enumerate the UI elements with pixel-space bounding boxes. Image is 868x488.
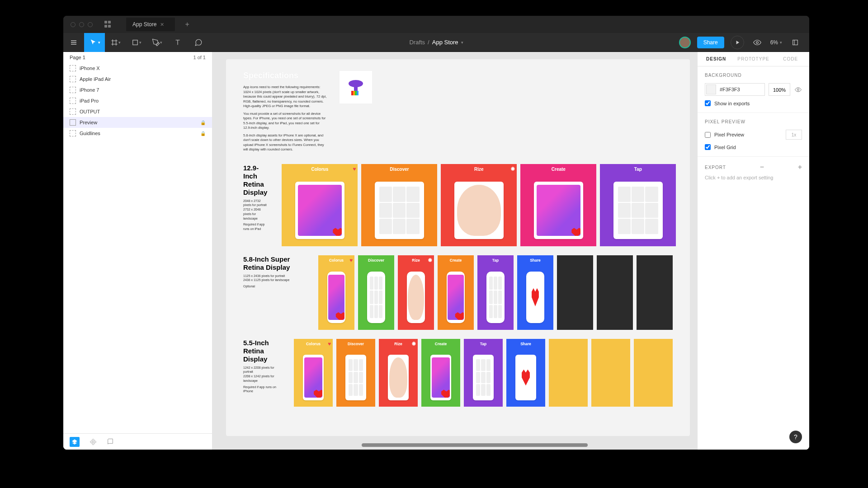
zoom-control[interactable]: 6%▾ [770,39,782,46]
pixel-grid-checkbox[interactable]: Pixel Grid [705,144,802,150]
screenshot-card[interactable]: Rize◉ [379,339,418,407]
frame-tool[interactable]: ▾ [105,33,126,52]
screenshot-card[interactable]: Share [517,255,553,330]
camera-icon: ◉ [511,166,515,171]
tab-code[interactable]: CODE [772,52,809,66]
device-mockup [375,182,424,239]
screenshot-card[interactable]: Create [438,255,474,330]
export-section: EXPORT − + Click + to add an export sett… [698,157,809,187]
comment-tool[interactable] [188,33,209,52]
section-label: PIXEL PREVIEW [705,119,802,124]
screenshot-title: Discover [361,164,437,175]
share-button[interactable]: Share [697,37,724,48]
view-settings-icon[interactable] [750,36,764,49]
screenshot-card[interactable]: Colorus♥ [294,339,333,407]
screenshot-card[interactable]: Discover [358,255,394,330]
expand-panel-icon[interactable] [788,36,802,49]
left-panel-footer [63,433,212,450]
show-in-exports-checkbox[interactable]: Show in exports [705,100,802,106]
pixel-scale-select[interactable]: 1x [786,130,802,140]
layers-tab-icon[interactable] [70,437,80,447]
breadcrumb-current[interactable]: App Store [432,39,458,46]
pixel-preview-checkbox[interactable]: Pixel Preview 1x [705,130,802,140]
canvas[interactable]: Specifications App icons need to meet th… [212,52,697,450]
layer-item[interactable]: iPhone X [63,63,212,74]
opacity-input[interactable]: 100% [769,83,790,96]
screenshot-card[interactable]: Tap [464,339,503,407]
screenshot-card[interactable]: Discover [336,339,375,407]
layer-item[interactable]: Preview🔒 [63,117,212,128]
tab-prototype[interactable]: PROTOTYPE [735,52,772,66]
help-button[interactable]: ? [789,431,802,443]
display-size-title: 5.8-Inch Super Retina Display [243,255,304,272]
close-tab-icon[interactable]: ✕ [160,22,164,28]
breadcrumb-sep: / [428,39,429,46]
screenshot-card[interactable]: Rize◉ [441,164,517,246]
color-swatch[interactable] [706,84,716,94]
close-window-icon[interactable] [71,22,75,27]
pixel-preview-section: PIXEL PREVIEW Pixel Preview 1x Pixel Gri… [698,113,809,157]
screenshot-card[interactable]: Tap [477,255,514,330]
screenshot-card[interactable]: Colorus♥ [318,255,354,330]
add-tab-button[interactable]: + [185,20,189,28]
color-hex[interactable]: #F3F3F3 [717,87,743,92]
layer-item[interactable]: iPhone 7 [63,84,212,95]
file-tab[interactable]: App Store ✕ [126,18,175,31]
svg-rect-13 [353,91,355,95]
screenshot-title: Create [438,255,474,265]
section-label: EXPORT [705,165,726,170]
visibility-toggle-icon[interactable] [794,86,802,93]
layer-item[interactable]: Guidlines🔒 [63,128,212,139]
move-tool[interactable]: ▾ [84,33,105,52]
screenshot-placeholder [597,255,633,330]
device-mockup [515,355,536,400]
components-tab-icon[interactable] [90,438,97,446]
checkbox[interactable] [705,100,711,106]
tab-design[interactable]: DESIGN [698,52,735,66]
screenshot-card[interactable]: Tap [600,164,676,246]
checkbox[interactable] [705,144,711,150]
camera-icon: ◉ [428,257,432,262]
screenshot-card[interactable]: Colorus♥ [282,164,358,246]
device-mockup [388,355,409,400]
text-tool[interactable] [167,33,188,52]
shape-tool[interactable]: ▾ [126,33,146,52]
breadcrumb-root[interactable]: Drafts [409,39,425,46]
lock-icon[interactable]: 🔒 [200,120,206,125]
screenshot-title: Discover [336,339,375,349]
screenshot-card[interactable]: Create [421,339,460,407]
screenshot-title: Create [520,164,596,175]
screenshot-card[interactable]: Discover [361,164,437,246]
page-label: Page 1 [70,55,85,60]
home-grid-icon[interactable] [104,21,112,28]
layer-item[interactable]: Apple iPad Air [63,74,212,84]
section-label: BACKGROUND [705,73,802,78]
export-minus-icon[interactable]: − [760,163,764,171]
export-add-icon[interactable]: + [798,163,802,171]
screenshot-card[interactable]: Share [506,339,545,407]
screenshot-title: Colorus♥ [318,255,354,265]
layer-item[interactable]: OUTPUT [63,106,212,117]
minimize-window-icon[interactable] [79,22,84,27]
breadcrumb[interactable]: Drafts / App Store ▾ [409,39,463,46]
window-controls[interactable] [71,22,93,27]
assets-tab-icon[interactable] [107,438,114,446]
maximize-window-icon[interactable] [88,22,93,27]
specifications-title: Specifications [243,71,327,80]
checkbox[interactable] [705,132,711,138]
menu-button[interactable] [63,33,84,52]
screenshot-card[interactable]: Rize◉ [398,255,434,330]
chevron-down-icon[interactable]: ▾ [461,40,463,45]
lock-icon[interactable]: 🔒 [200,131,206,136]
present-button[interactable] [731,36,744,49]
screenshot-card[interactable]: Create [520,164,596,246]
horizontal-scrollbar[interactable] [362,443,588,447]
pen-tool[interactable]: ▾ [146,33,167,52]
display-size-title: 12.9-Inch Retina Display [243,164,267,197]
layer-item[interactable]: iPad Pro [63,95,212,106]
pages-header[interactable]: Page 1 1 of 1 [63,52,212,63]
avatar[interactable] [679,37,691,48]
background-color-input[interactable]: #F3F3F3 [705,83,765,96]
artboard[interactable]: Specifications App icons need to meet th… [226,59,690,436]
screenshot-placeholder [549,339,588,407]
